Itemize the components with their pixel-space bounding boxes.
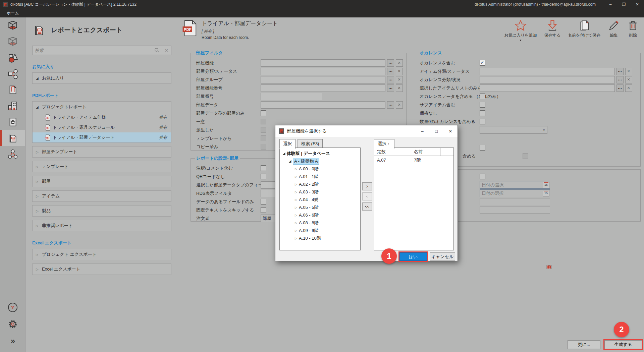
rail-item-rooms[interactable]: [0, 17, 25, 34]
rail-item-buildings[interactable]: [0, 98, 25, 114]
tree-collapsed-icon[interactable]: ▷: [293, 229, 299, 232]
browse-ellipsis-button[interactable]: ●●●: [616, 84, 624, 92]
date-to-picker[interactable]: 15: [480, 189, 550, 197]
no-qr-checkbox[interactable]: [261, 174, 266, 179]
search-input[interactable]: [33, 48, 154, 53]
occurrence-classification-input[interactable]: [480, 76, 615, 83]
group-items[interactable]: ▷アイテム: [32, 190, 171, 202]
tree-floor-node[interactable]: ▷A.01 - 1階: [280, 173, 360, 180]
browse-ellipsis-button[interactable]: ●●●: [387, 84, 394, 92]
tree-expanded-icon[interactable]: ◢: [287, 159, 293, 163]
tree-floor-node[interactable]: ▷A.10 - 10階: [280, 234, 360, 242]
occurrence-combobox[interactable]: ∨: [480, 126, 547, 134]
skip-fixed-text-checkbox[interactable]: [261, 207, 266, 213]
ok-button[interactable]: はい: [399, 252, 427, 261]
clear-field-button[interactable]: ✕: [396, 76, 403, 83]
tree-floor-node[interactable]: ▷A.06 - 6階: [280, 211, 360, 219]
rail-item-relations[interactable]: [0, 146, 25, 162]
close-icon[interactable]: ✕: [631, 0, 644, 9]
include-comments-checkbox[interactable]: [261, 165, 266, 171]
clear-field-button[interactable]: ✕: [396, 68, 403, 75]
clear-field-button[interactable]: ✕: [625, 68, 632, 75]
tree-floor-node[interactable]: ▷A.04 - 4愛: [280, 196, 360, 203]
rail-item-documents[interactable]: [0, 82, 25, 98]
rail-item-reports[interactable]: [0, 130, 25, 146]
group-room-templates[interactable]: ▷部屋テンプレート: [32, 146, 171, 158]
group-project-export[interactable]: ▷プロジェクト エクスポート: [32, 249, 171, 260]
add-favorite-button[interactable]: お気に入りを追加 ▼: [504, 19, 537, 42]
tree-collapsed-icon[interactable]: ▷: [293, 167, 299, 171]
group-products[interactable]: ▷製品: [32, 205, 171, 217]
chevron-collapsed-icon[interactable]: ▷: [36, 253, 42, 256]
chevron-collapsed-icon[interactable]: ▷: [36, 165, 42, 169]
rail-item-room-templates[interactable]: [0, 34, 25, 50]
rail-item-settings[interactable]: [0, 316, 25, 333]
move-right-button[interactable]: >: [362, 182, 372, 190]
group-rooms[interactable]: ▷部屋: [32, 176, 171, 187]
rail-item-help[interactable]: ?: [0, 299, 25, 316]
hidden-label-checkbox[interactable]: [480, 145, 485, 151]
room-function-number-input[interactable]: [261, 84, 385, 92]
column-code[interactable]: 定数: [374, 148, 411, 156]
search-icon[interactable]: [154, 48, 160, 53]
tree-floor-node[interactable]: ▷A.05 - 5階: [280, 203, 360, 211]
include-occurrences-checkbox[interactable]: [480, 60, 485, 66]
chevron-collapsed-icon[interactable]: ▷: [36, 209, 42, 213]
chevron-collapsed-icon[interactable]: ▷: [36, 150, 42, 154]
room-function-input[interactable]: [261, 59, 385, 67]
building-tree[interactable]: ◢体験版 | データベース ◢A - 建築物 A ▷A.00 - 0階 ▷A.0…: [279, 148, 361, 250]
clear-field-button[interactable]: ✕: [396, 84, 403, 92]
date-to-input[interactable]: [480, 190, 543, 196]
browse-ellipsis-button[interactable]: ●●●: [616, 68, 624, 75]
date-filter-checkbox[interactable]: [480, 174, 485, 179]
room-data-type-checkbox[interactable]: [261, 110, 266, 116]
chevron-expanded-icon[interactable]: ◢: [36, 105, 42, 109]
report-item-furniture-schedule[interactable]: PDF トライアル・家具スケジュール 共有: [33, 122, 171, 132]
no-price-checkbox[interactable]: [480, 110, 485, 116]
menu-home[interactable]: ホーム: [0, 10, 23, 16]
restore-icon[interactable]: ❐: [617, 0, 631, 9]
save-button[interactable]: 保存する: [544, 19, 561, 42]
room-classification-input[interactable]: [261, 68, 385, 75]
dialog-minimize-icon[interactable]: –: [415, 125, 429, 137]
tree-collapsed-icon[interactable]: ▷: [293, 190, 299, 194]
tree-collapsed-icon[interactable]: ▷: [293, 214, 299, 217]
room-number-input[interactable]: [261, 93, 322, 100]
tree-building-node[interactable]: A - 建築物 A: [293, 158, 319, 165]
more-button[interactable]: 更に...: [568, 340, 600, 349]
chevron-collapsed-icon[interactable]: ▷: [36, 268, 42, 271]
date-from-input[interactable]: [480, 182, 543, 188]
tree-root-node[interactable]: 体験版 | データベース: [287, 151, 330, 157]
fields-with-data-checkbox[interactable]: [261, 199, 266, 204]
clear-field-button[interactable]: ✕: [625, 76, 632, 83]
dialog-close-icon[interactable]: ✕: [443, 125, 458, 137]
item-classification-input[interactable]: [480, 68, 615, 75]
browse-ellipsis-button[interactable]: ●●●: [387, 59, 394, 67]
edit-button[interactable]: 編集: [608, 19, 620, 42]
rail-item-catalog[interactable]: [0, 114, 25, 130]
calendar-icon[interactable]: 15: [543, 182, 549, 188]
cancel-button[interactable]: キャンセル: [430, 252, 455, 261]
report-item-item-spec[interactable]: PDF トライアル・アイテム仕様 共有: [33, 112, 171, 122]
tree-collapsed-icon[interactable]: ▷: [293, 237, 299, 240]
browse-ellipsis-button[interactable]: ●●●: [387, 68, 394, 75]
clear-field-button[interactable]: ✕: [396, 59, 403, 67]
tree-collapsed-icon[interactable]: ▷: [293, 206, 299, 209]
tree-collapsed-icon[interactable]: ▷: [293, 183, 299, 186]
move-all-left-button[interactable]: <<: [362, 202, 372, 211]
favorites-group[interactable]: ◢ お気に入り: [32, 72, 171, 84]
include-zero-qty-checkbox[interactable]: [480, 119, 485, 124]
group-excel-export[interactable]: ▷Excel エクスポート: [32, 263, 171, 275]
clear-field-button[interactable]: ✕: [625, 84, 632, 92]
table-row[interactable]: A.07 7階: [374, 156, 453, 164]
include-occurrence-data-checkbox[interactable]: [480, 94, 485, 99]
browse-ellipsis-button[interactable]: ●●●: [387, 76, 394, 83]
tree-floor-node[interactable]: ▷A.02 - 2階: [280, 180, 360, 188]
calendar-icon[interactable]: 15: [543, 190, 549, 196]
save-as-button[interactable]: 名前を付けて保存: [568, 19, 600, 42]
tree-expanded-icon[interactable]: ◢: [281, 152, 287, 155]
tree-floor-node[interactable]: ▷A.03 - 3階: [280, 188, 360, 196]
rail-item-expand[interactable]: »: [0, 333, 25, 349]
tab-select[interactable]: 選択: [279, 139, 296, 149]
tree-collapsed-icon[interactable]: ▷: [293, 221, 299, 225]
